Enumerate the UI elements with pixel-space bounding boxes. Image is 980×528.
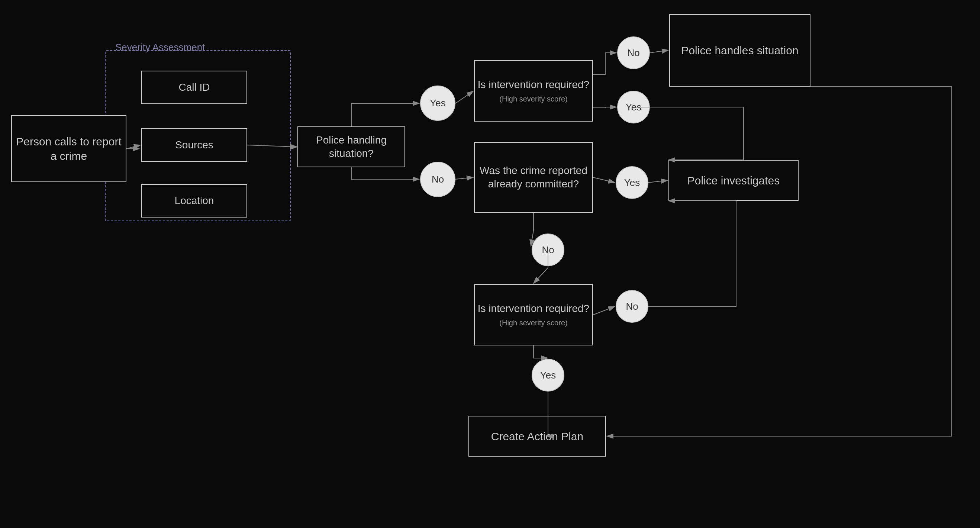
yes4-circle: Yes <box>531 359 564 391</box>
svg-line-8 <box>455 177 473 179</box>
is-intervention-2-sub: (High severity score) <box>499 318 567 328</box>
call-id-node: Call ID <box>141 71 247 104</box>
svg-line-9 <box>593 177 615 183</box>
create-action-plan-node: Create Action Plan <box>468 416 606 456</box>
location-node: Location <box>141 184 247 218</box>
severity-assessment-label: Severity Assessment <box>115 41 205 53</box>
police-handles-node: Police handles situation <box>669 14 810 87</box>
flowchart: Severity Assessment Person calls to repo… <box>0 0 980 528</box>
svg-line-10 <box>648 180 668 183</box>
no4-circle: No <box>616 290 648 323</box>
svg-line-7 <box>650 50 668 53</box>
yes2-circle: Yes <box>617 91 650 124</box>
police-investigates-node: Police investigates <box>668 160 799 201</box>
yes1-circle: Yes <box>420 86 455 121</box>
no1-circle: No <box>617 37 650 69</box>
is-intervention-2-label: Is intervention required? <box>478 302 589 315</box>
police-handling-node: Police handling situation? <box>298 126 405 167</box>
sources-node: Sources <box>141 128 247 162</box>
no2-circle: No <box>420 162 455 197</box>
was-crime-node: Was the crime reported already committed… <box>474 142 593 213</box>
yes3-circle: Yes <box>616 166 648 199</box>
svg-line-11 <box>593 306 615 315</box>
person-calls-node: Person calls to report a crime <box>11 115 126 182</box>
is-intervention-2-node: Is intervention required? (High severity… <box>474 284 593 345</box>
is-intervention-1-label: Is intervention required? <box>478 78 589 91</box>
is-intervention-1-sub: (High severity score) <box>499 94 567 104</box>
svg-line-6 <box>455 91 473 103</box>
is-intervention-1-node: Is intervention required? (High severity… <box>474 60 593 122</box>
no3-circle: No <box>531 234 564 266</box>
